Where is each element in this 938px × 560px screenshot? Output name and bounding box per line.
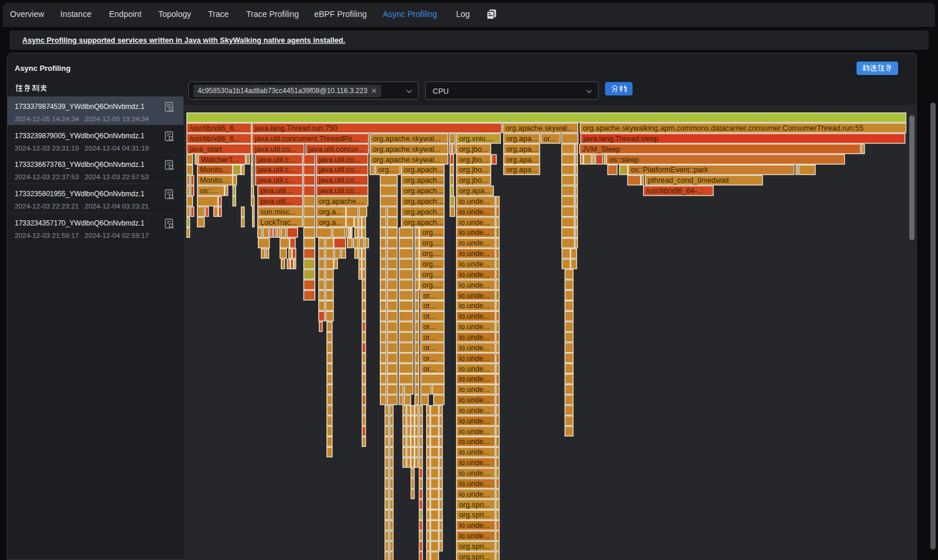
- svg-text:org.spri...: org.spri...: [459, 501, 490, 509]
- svg-text:/usr/lib/x86_6...: /usr/lib/x86_6...: [189, 135, 240, 143]
- svg-text:io.unde...: io.unde...: [459, 228, 490, 237]
- svg-text:io.unde...: io.unde...: [459, 208, 490, 216]
- svg-text:or...: or...: [423, 333, 436, 342]
- svg-text:org.apa...: org.apa...: [459, 187, 491, 195]
- svg-text:java.util.co...: java.util.co...: [318, 156, 361, 164]
- svg-text:or...: or...: [423, 344, 436, 352]
- svg-text:java.util.c...: java.util.c...: [257, 156, 295, 164]
- svg-text:java_start: java_start: [189, 145, 222, 153]
- svg-text:io.unde...: io.unde...: [459, 490, 490, 498]
- svg-text:io.unde...: io.unde...: [459, 396, 490, 404]
- svg-text:java.lang.Thread.sleep: java.lang.Thread.sleep: [583, 135, 658, 143]
- svg-text:io.unde...: io.unde...: [459, 469, 490, 477]
- svg-text:io.unde...: io.unde...: [459, 302, 490, 310]
- svg-text:or...: or...: [423, 354, 436, 363]
- svg-text:org.spri...: org.spri...: [459, 542, 490, 551]
- svg-text:io.unde...: io.unde...: [459, 218, 490, 227]
- svg-text:io.unde...: io.unde...: [459, 459, 490, 467]
- svg-text:org.a...: org.a...: [319, 208, 342, 216]
- svg-text:org.apache.skywalking.apm.comm: org.apache.skywalking.apm.commons.dataca…: [583, 124, 864, 132]
- svg-text:io.unde...: io.unde...: [459, 250, 490, 258]
- svg-text:org.apach...: org.apach...: [404, 187, 443, 195]
- svg-text:java.util.co...: java.util.co...: [318, 176, 361, 185]
- svg-text:JVM_Sleep: JVM_Sleep: [582, 145, 620, 153]
- svg-text:io.unde...: io.unde...: [459, 407, 490, 415]
- svg-text:java.util.c...: java.util.c...: [257, 176, 295, 185]
- svg-text:org.apach...: org.apach...: [404, 166, 443, 174]
- svg-text:org....: org....: [422, 271, 441, 279]
- svg-text:org.spri...: org.spri...: [459, 553, 490, 560]
- svg-text:org.apache.skywal...: org.apache.skywal...: [505, 124, 573, 132]
- svg-text:Monito...: Monito...: [200, 166, 229, 174]
- svg-text:or...: or...: [423, 302, 436, 310]
- svg-text:org.jbo...: org.jbo...: [459, 176, 488, 185]
- svg-text:org.apa...: org.apa...: [507, 135, 538, 143]
- svg-text:org.apach...: org.apach...: [404, 176, 443, 185]
- svg-text:io.unde...: io.unde...: [459, 354, 490, 363]
- svg-text:java.util.c...: java.util.c...: [257, 166, 295, 174]
- svg-text:/usr/lib/x86_6...: /usr/lib/x86_6...: [189, 124, 240, 132]
- svg-text:org.apach...: org.apach...: [404, 208, 443, 216]
- svg-text:io.unde...: io.unde...: [459, 260, 490, 268]
- svg-text:org.apa...: org.apa...: [507, 166, 538, 174]
- svg-text:or...: or...: [423, 292, 436, 300]
- svg-text:os::sleep: os::sleep: [609, 156, 639, 164]
- svg-text:io.unde...: io.unde...: [459, 385, 490, 394]
- svg-text:java.util.concurrent.ThreadPo.: java.util.concurrent.ThreadPo...: [254, 135, 358, 143]
- svg-text:or...: or...: [423, 323, 436, 331]
- svg-text:java.util.co...: java.util.co...: [318, 187, 361, 195]
- svg-text:java.util.co...: java.util.co...: [254, 145, 297, 153]
- svg-text:org....: org....: [422, 239, 441, 247]
- svg-text:org.apach...: org.apach...: [404, 218, 443, 227]
- svg-text:os::...: os::...: [200, 187, 218, 195]
- svg-text:io.unde...: io.unde...: [459, 532, 490, 540]
- svg-text:WatcherT...: WatcherT...: [201, 156, 239, 164]
- svg-text:io.unde...: io.unde...: [459, 197, 490, 206]
- svg-text:sun.misc...: sun.misc...: [260, 208, 296, 216]
- svg-text:io.unde...: io.unde...: [459, 521, 490, 530]
- svg-text:or...: or...: [423, 365, 436, 373]
- svg-text:io.unde...: io.unde...: [459, 333, 490, 342]
- svg-text:org....: org....: [378, 166, 397, 174]
- svg-text:or...: or...: [423, 312, 436, 320]
- svg-text:io.unde...: io.unde...: [459, 365, 490, 373]
- svg-text:org.jbo...: org.jbo...: [459, 145, 488, 153]
- svg-text:org....: org....: [422, 260, 441, 268]
- svg-text:org.apa...: org.apa...: [507, 156, 538, 164]
- svg-text:org....: org....: [422, 228, 441, 237]
- svg-text:java.lang.Thread.run:750: java.lang.Thread.run:750: [254, 124, 338, 132]
- svg-text:java.util....: java.util....: [260, 197, 294, 206]
- svg-text:io.unde...: io.unde...: [459, 428, 490, 436]
- svg-text:org.jbo...: org.jbo...: [459, 166, 488, 174]
- svg-text:io.unde...: io.unde...: [459, 271, 490, 279]
- svg-text:Monito...: Monito...: [200, 176, 229, 185]
- svg-text:java.util....: java.util....: [260, 187, 294, 195]
- svg-text:io.unde...: io.unde...: [459, 438, 490, 446]
- svg-text:org.a...: org.a...: [319, 218, 342, 227]
- svg-text:pthread_cond_timedwait: pthread_cond_timedwait: [648, 176, 729, 185]
- svg-text:org.xnio....: org.xnio....: [459, 135, 494, 143]
- svg-text:io.unde...: io.unde...: [459, 480, 490, 488]
- svg-text:org.apache.skywal...: org.apache.skywal...: [373, 145, 441, 153]
- svg-text:io.unde...: io.unde...: [459, 448, 490, 456]
- svg-text:org....: org....: [422, 250, 441, 258]
- svg-text:os::PlatformEvent::park: os::PlatformEvent::park: [631, 166, 709, 174]
- svg-text:io.unde...: io.unde...: [459, 323, 490, 331]
- svg-text:io.unde...: io.unde...: [459, 281, 490, 289]
- svg-text:io.unde...: io.unde...: [459, 239, 490, 247]
- svg-text:org.apache.skywal...: org.apache.skywal...: [373, 135, 441, 143]
- svg-text:org.apa...: org.apa...: [507, 145, 538, 153]
- svg-text:io.unde...: io.unde...: [459, 417, 490, 425]
- svg-text:io.unde...: io.unde...: [459, 375, 490, 383]
- svg-text:LockTrac...: LockTrac...: [260, 218, 297, 227]
- svg-text:/usr/lib/x86_64-...: /usr/lib/x86_64-...: [646, 187, 703, 195]
- svg-text:io.unde...: io.unde...: [459, 292, 490, 300]
- svg-text:io.unde...: io.unde...: [459, 312, 490, 320]
- svg-text:io.unde...: io.unde...: [459, 344, 490, 352]
- svg-text:java.util.concur...: java.util.concur...: [308, 145, 364, 153]
- svg-text:org.spri...: org.spri...: [459, 511, 490, 519]
- svg-text:org.jbo...: org.jbo...: [459, 156, 488, 164]
- svg-text:org.apach...: org.apach...: [404, 197, 443, 206]
- svg-text:org....: org....: [422, 281, 441, 289]
- svg-text:java.util.co...: java.util.co...: [318, 166, 361, 174]
